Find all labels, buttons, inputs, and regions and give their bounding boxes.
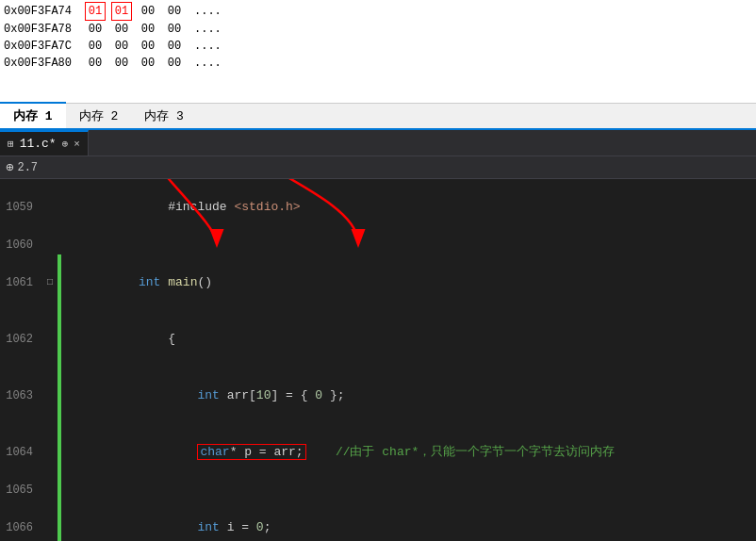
memory-content: 0x00F3FA74 01 01 00 00 .... 0x00F3FA78 0… xyxy=(0,0,756,74)
mem-addr-1: 0x00F3FA78 xyxy=(4,21,79,38)
pin-icon[interactable]: ⊕ xyxy=(62,138,69,150)
toolbar-row: ⊕ 2.7 xyxy=(0,156,756,179)
line-number: 1065 xyxy=(0,481,42,500)
line-number: 1064 xyxy=(0,443,42,462)
mem-byte-1-2: 00 xyxy=(138,21,158,38)
green-bar xyxy=(58,481,61,500)
line-content: int arr[10] = { 0 }; xyxy=(61,368,756,424)
mem-ascii-1: .... xyxy=(194,21,222,38)
mem-byte-0-2: 00 xyxy=(138,3,158,20)
mem-byte-3-1: 00 xyxy=(111,55,132,72)
memory-row: 0x00F3FA74 01 01 00 00 .... xyxy=(4,2,752,21)
code-line-1059: 1059 #include <stdio.h> xyxy=(0,179,756,236)
code-line-1065: 1065 xyxy=(0,481,756,500)
line-number: 1060 xyxy=(0,236,42,254)
mem-byte-0-0: 01 xyxy=(85,2,106,21)
line-indicator: □ xyxy=(42,273,58,292)
green-bar xyxy=(58,236,61,254)
line-content: { xyxy=(61,311,756,368)
code-line-1064: 1064 char* p = arr; //由于 char*，只能一个字节一个字… xyxy=(0,424,756,481)
mem-byte-3-0: 00 xyxy=(85,55,106,72)
code-line-1066: 1066 int i = 0; xyxy=(0,500,756,541)
memory-row: 0x00F3FA80 00 00 00 00 .... xyxy=(4,55,752,72)
code-lines: 1059 #include <stdio.h> 1060 1061 □ xyxy=(0,179,756,541)
memory-panel: 0x00F3FA74 01 01 00 00 .... 0x00F3FA78 0… xyxy=(0,0,756,104)
toolbar-zoom: ⊕ 2.7 xyxy=(6,159,38,175)
mem-byte-3-2: 00 xyxy=(138,55,158,72)
line-number: 1061 xyxy=(0,273,42,292)
mem-ascii-0: .... xyxy=(194,3,222,20)
line-number: 1066 xyxy=(0,518,42,537)
zoom-icon: ⊕ xyxy=(6,159,13,175)
file-tab-bar: ⊞ 11.c* ⊕ × xyxy=(0,130,756,156)
mem-byte-0-3: 00 xyxy=(164,3,185,20)
line-number: 1062 xyxy=(0,330,42,349)
code-line-1060: 1060 xyxy=(0,236,756,254)
zoom-value: 2.7 xyxy=(17,161,38,174)
line-number: 1063 xyxy=(0,386,42,405)
line-content: #include <stdio.h> xyxy=(61,179,756,236)
memory-tabs: 内存 1 内存 2 内存 3 xyxy=(0,104,756,130)
mem-byte-3-3: 00 xyxy=(164,55,185,72)
mem-byte-1-3: 00 xyxy=(164,21,185,38)
code-line-1062: 1062 { xyxy=(0,311,756,368)
mem-byte-2-0: 00 xyxy=(85,38,106,55)
line-content: int main() xyxy=(61,254,756,311)
memory-row: 0x00F3FA78 00 00 00 00 .... xyxy=(4,21,752,38)
memory-tab-2[interactable]: 内存 2 xyxy=(66,104,132,128)
main-content: ⊞ 11.c* ⊕ × ⊕ 2.7 1059 #include <stdio.h… xyxy=(0,130,756,541)
mem-byte-2-2: 00 xyxy=(138,38,158,55)
close-icon[interactable]: × xyxy=(74,139,80,150)
memory-row: 0x00F3FA7C 00 00 00 00 .... xyxy=(4,38,752,55)
mem-ascii-3: .... xyxy=(194,55,222,72)
code-line-1063: 1063 int arr[10] = { 0 }; xyxy=(0,368,756,424)
mem-addr-0: 0x00F3FA74 xyxy=(4,3,79,20)
line-content: char* p = arr; //由于 char*，只能一个字节一个字节去访问内… xyxy=(61,424,756,481)
file-tab-11c[interactable]: ⊞ 11.c* ⊕ × xyxy=(0,130,89,156)
line-content: int i = 0; xyxy=(61,500,756,541)
line-number: 1059 xyxy=(0,198,42,217)
mem-byte-0-1: 01 xyxy=(111,2,132,21)
mem-ascii-2: .... xyxy=(194,38,222,55)
mem-byte-2-1: 00 xyxy=(111,38,132,55)
mem-byte-1-0: 00 xyxy=(85,21,106,38)
memory-tab-3[interactable]: 内存 3 xyxy=(131,104,197,128)
mem-addr-2: 0x00F3FA7C xyxy=(4,38,79,55)
code-editor[interactable]: 1059 #include <stdio.h> 1060 1061 □ xyxy=(0,179,756,541)
mem-byte-1-1: 00 xyxy=(111,21,132,38)
mem-addr-3: 0x00F3FA80 xyxy=(4,55,79,72)
code-line-1061: 1061 □ int main() xyxy=(0,254,756,311)
file-tab-name: 11.c* xyxy=(20,137,57,151)
memory-tab-1[interactable]: 内存 1 xyxy=(0,102,66,128)
mem-byte-2-3: 00 xyxy=(164,38,185,55)
file-tab-icon: ⊞ xyxy=(8,138,14,150)
